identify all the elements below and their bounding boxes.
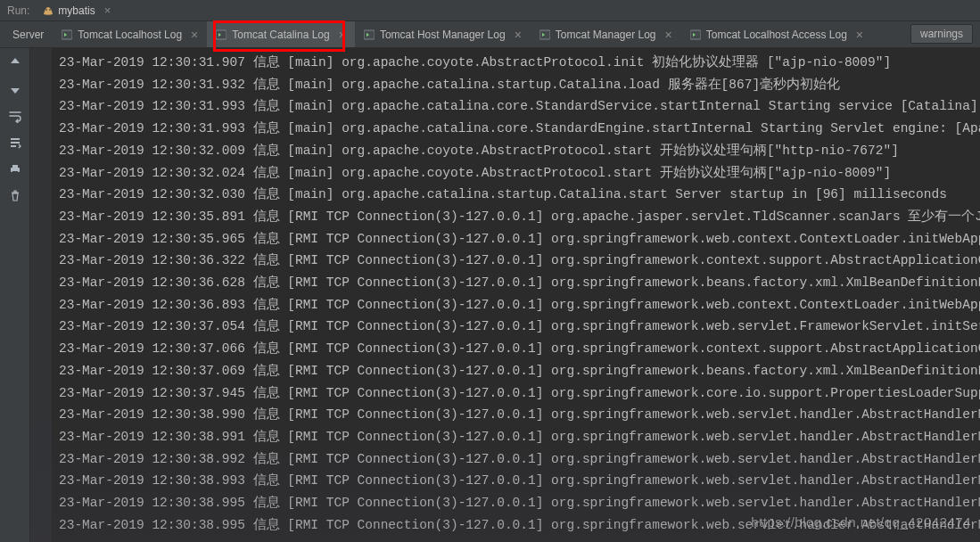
svg-point-1 (50, 9, 52, 11)
log-line: 23-Mar-2019 12:30:36.893 信息 [RMI TCP Con… (59, 294, 980, 316)
tab-label: Tomcat Manager Log (556, 29, 656, 41)
run-label: Run: (7, 4, 29, 17)
log-line: 23-Mar-2019 12:30:37.945 信息 [RMI TCP Con… (59, 382, 980, 405)
log-line: 23-Mar-2019 12:30:36.322 信息 [RMI TCP Con… (59, 250, 980, 272)
log-line: 23-Mar-2019 12:30:36.628 信息 [RMI TCP Con… (59, 272, 980, 294)
tab-label: Tomcat Catalina Log (232, 29, 329, 41)
tab-label: Tomcat Localhost Log (78, 29, 182, 41)
log-line: 23-Mar-2019 12:30:38.992 信息 [RMI TCP Con… (59, 448, 980, 471)
log-line: 23-Mar-2019 12:30:31.993 信息 [main] org.a… (59, 118, 980, 140)
tab-host-manager-log[interactable]: Tomcat Host Manager Log × (355, 21, 531, 47)
svg-point-0 (46, 9, 48, 11)
soft-wrap-icon[interactable] (8, 109, 22, 123)
console-panel: 23-Mar-2019 12:30:31.907 信息 [main] org.a… (30, 48, 980, 542)
warnings-label: warnings (920, 28, 963, 40)
arrow-up-icon[interactable] (8, 55, 22, 70)
main-area: 23-Mar-2019 12:30:31.907 信息 [main] org.a… (0, 48, 980, 542)
console-icon (62, 29, 72, 40)
close-icon[interactable]: × (339, 29, 346, 41)
log-line: 23-Mar-2019 12:30:38.993 信息 [RMI TCP Con… (59, 470, 980, 492)
log-line: 23-Mar-2019 12:30:32.009 信息 [main] org.a… (59, 140, 980, 162)
close-icon[interactable]: × (665, 29, 672, 41)
arrow-down-icon[interactable] (8, 82, 22, 96)
log-line: 23-Mar-2019 12:30:32.024 信息 [main] org.a… (59, 162, 980, 185)
tab-manager-log[interactable]: Tomcat Manager Log × (531, 21, 681, 47)
console-toolbar (0, 48, 30, 542)
console-icon (364, 29, 375, 40)
watermark-text: https://blog.csdn.net/qq_42042474 (751, 514, 971, 530)
server-tab-label: Server (12, 29, 44, 41)
svg-rect-14 (12, 171, 18, 174)
log-line: 23-Mar-2019 12:30:32.030 信息 [main] org.a… (59, 184, 980, 206)
close-icon[interactable]: × (104, 4, 111, 17)
log-line: 23-Mar-2019 12:30:37.054 信息 [RMI TCP Con… (59, 316, 980, 338)
log-line: 23-Mar-2019 12:30:38.995 信息 [RMI TCP Con… (59, 492, 980, 514)
log-line: 23-Mar-2019 12:30:35.891 信息 [RMI TCP Con… (59, 206, 980, 228)
scroll-end-icon[interactable] (8, 136, 22, 150)
warnings-button[interactable]: warnings (910, 24, 973, 44)
tab-catalina-log[interactable]: Tomcat Catalina Log × (207, 21, 355, 47)
run-config[interactable]: mybatis × (38, 2, 114, 19)
svg-rect-13 (12, 165, 18, 168)
close-icon[interactable]: × (856, 29, 863, 41)
tomcat-icon (42, 4, 54, 17)
tab-label: Tomcat Host Manager Log (380, 29, 506, 41)
console-icon (539, 29, 550, 40)
console-icon (690, 29, 701, 40)
tab-localhost-log[interactable]: Tomcat Localhost Log × (53, 21, 207, 47)
print-icon[interactable] (8, 162, 22, 177)
close-icon[interactable]: × (515, 29, 522, 41)
log-line: 23-Mar-2019 12:30:35.965 信息 [RMI TCP Con… (59, 228, 980, 250)
console-gutter (30, 48, 52, 542)
log-line: 23-Mar-2019 12:30:38.991 信息 [RMI TCP Con… (59, 426, 980, 448)
log-line: 23-Mar-2019 12:30:37.069 信息 [RMI TCP Con… (59, 360, 980, 382)
log-line: 23-Mar-2019 12:30:38.990 信息 [RMI TCP Con… (59, 404, 980, 426)
log-line: 23-Mar-2019 12:30:31.932 信息 [main] org.a… (59, 74, 980, 96)
log-output[interactable]: 23-Mar-2019 12:30:31.907 信息 [main] org.a… (52, 52, 980, 542)
tab-server[interactable]: Server (4, 21, 53, 47)
log-line: 23-Mar-2019 12:30:31.907 信息 [main] org.a… (59, 52, 980, 74)
console-icon (216, 29, 226, 40)
log-line: 23-Mar-2019 12:30:37.066 信息 [RMI TCP Con… (59, 338, 980, 360)
close-icon[interactable]: × (191, 29, 198, 41)
run-config-name: mybatis (58, 4, 95, 17)
log-tab-bar: Server Tomcat Localhost Log × Tomcat Cat… (0, 21, 980, 48)
run-header: Run: mybatis × (0, 0, 980, 21)
trash-icon[interactable] (8, 189, 22, 203)
tab-localhost-access-log[interactable]: Tomcat Localhost Access Log × (681, 21, 872, 47)
tab-label: Tomcat Localhost Access Log (706, 29, 847, 41)
log-line: 23-Mar-2019 12:30:31.993 信息 [main] org.a… (59, 95, 980, 118)
